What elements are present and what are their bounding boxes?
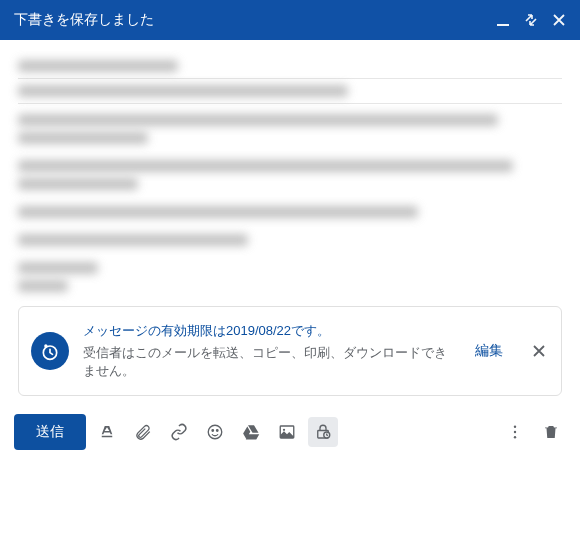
minimize-icon[interactable] <box>496 13 510 27</box>
image-icon[interactable] <box>272 417 302 447</box>
svg-point-7 <box>283 429 285 431</box>
svg-rect-0 <box>497 24 509 26</box>
to-field-blurred[interactable] <box>18 60 178 72</box>
message-body-blurred[interactable] <box>18 114 562 292</box>
edit-button[interactable]: 編集 <box>467 336 511 366</box>
close-icon[interactable] <box>552 13 566 27</box>
discard-draft-icon[interactable] <box>536 417 566 447</box>
drive-icon[interactable] <box>236 417 266 447</box>
svg-point-11 <box>514 431 516 433</box>
more-options-icon[interactable] <box>500 417 530 447</box>
link-icon[interactable] <box>164 417 194 447</box>
popout-icon[interactable] <box>524 13 538 27</box>
compose-body <box>0 40 580 292</box>
confidential-mode-icon[interactable] <box>308 417 338 447</box>
confidential-mode-banner: メッセージの有効期限は2019/08/22です。 受信者はこのメールを転送、コピ… <box>18 306 562 396</box>
confidential-title: メッセージの有効期限は2019/08/22です。 <box>83 321 453 341</box>
svg-point-10 <box>514 426 516 428</box>
svg-point-5 <box>217 430 219 432</box>
divider <box>18 78 562 79</box>
compose-titlebar: 下書きを保存しました <box>0 0 580 40</box>
svg-point-3 <box>208 425 222 439</box>
svg-point-12 <box>514 436 516 438</box>
confidential-text: メッセージの有効期限は2019/08/22です。 受信者はこのメールを転送、コピ… <box>83 321 453 381</box>
emoji-icon[interactable] <box>200 417 230 447</box>
divider <box>18 103 562 104</box>
compose-title: 下書きを保存しました <box>14 11 496 29</box>
subject-field-blurred[interactable] <box>18 85 348 97</box>
send-button[interactable]: 送信 <box>14 414 86 450</box>
compose-toolbar: 送信 <box>0 406 580 464</box>
dismiss-confidential-icon[interactable] <box>529 341 549 361</box>
formatting-icon[interactable] <box>92 417 122 447</box>
window-controls <box>496 13 566 27</box>
confidential-clock-icon <box>31 332 69 370</box>
svg-point-2 <box>44 344 47 347</box>
attach-icon[interactable] <box>128 417 158 447</box>
confidential-description: 受信者はこのメールを転送、コピー、印刷、ダウンロードできません。 <box>83 344 453 382</box>
svg-point-4 <box>212 430 214 432</box>
